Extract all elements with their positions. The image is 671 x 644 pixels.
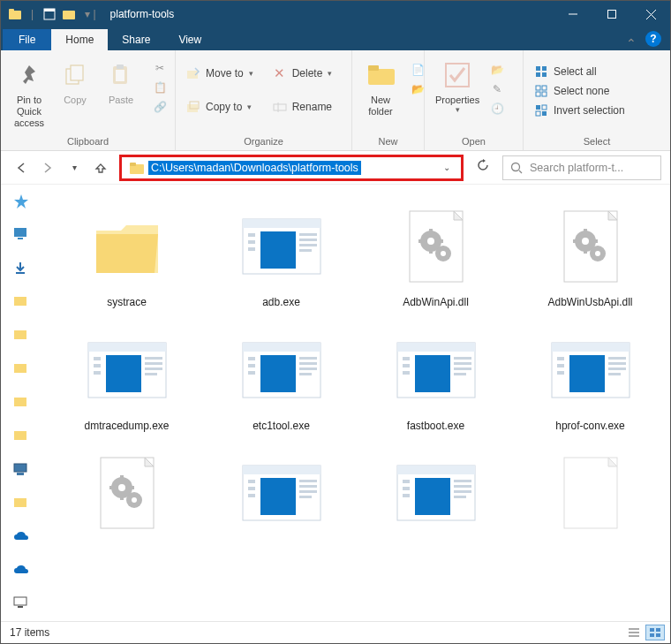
thumbnails-view-button[interactable]: [645, 625, 665, 640]
file-item[interactable]: fastboot.exe: [363, 322, 509, 437]
select-none-button[interactable]: Select none: [529, 82, 630, 100]
address-bar[interactable]: C:\Users\madan\Downloads\platform-tools …: [119, 155, 464, 181]
desktop-icon[interactable]: [13, 227, 29, 243]
svg-rect-106: [454, 357, 471, 360]
shortcut-icon: 🔗: [153, 100, 167, 114]
file-item[interactable]: systrace: [54, 199, 200, 314]
svg-rect-85: [106, 355, 141, 392]
copy-path-button[interactable]: 📋: [147, 79, 172, 96]
maximize-button[interactable]: [592, 1, 631, 27]
svg-rect-1: [9, 9, 14, 11]
folder-icon[interactable]: [13, 395, 29, 411]
svg-rect-136: [299, 485, 317, 488]
file-thumbnail: [233, 202, 330, 291]
recent-dropdown[interactable]: ▾: [66, 160, 82, 176]
folder-icon[interactable]: [13, 361, 29, 377]
file-tab[interactable]: File: [3, 29, 51, 50]
forward-button[interactable]: [40, 160, 56, 176]
collapse-ribbon-button[interactable]: ⌃: [622, 36, 640, 50]
file-item[interactable]: AdbWinUsbApi.dll: [517, 199, 663, 314]
history-button[interactable]: 🕘: [485, 100, 509, 117]
file-item[interactable]: adb.exe: [208, 199, 354, 314]
svg-rect-140: [397, 466, 475, 474]
ribbon: Pin to Quick access Copy Paste ✂ 📋 🔗 Cli…: [1, 50, 670, 151]
close-button[interactable]: [631, 1, 670, 27]
home-tab[interactable]: Home: [51, 29, 108, 50]
svg-rect-41: [14, 297, 26, 306]
new-folder-icon[interactable]: [62, 7, 76, 21]
folder-icon[interactable]: [13, 294, 29, 310]
file-item[interactable]: [54, 445, 200, 546]
cut-button[interactable]: ✂: [147, 59, 172, 77]
monitor-icon[interactable]: [13, 596, 29, 612]
select-all-button[interactable]: Select all: [529, 63, 630, 80]
pin-label: Pin to Quick access: [11, 95, 47, 130]
svg-rect-103: [403, 364, 410, 367]
file-thumbnail: [233, 449, 330, 537]
file-item[interactable]: dmtracedump.exe: [54, 322, 200, 437]
path-icon: 📋: [153, 80, 167, 95]
paste-shortcut-button[interactable]: 🔗: [147, 98, 172, 116]
this-pc-icon[interactable]: [13, 462, 29, 478]
open-button[interactable]: 📂: [485, 61, 509, 79]
edit-button[interactable]: ✎: [485, 80, 509, 98]
search-box[interactable]: Search platform-t...: [502, 155, 661, 180]
paste-button[interactable]: Paste: [98, 54, 144, 109]
group-label: New: [352, 134, 424, 150]
file-list[interactable]: systraceadb.exeAdbWinApi.dllAdbWinUsbApi…: [36, 185, 670, 621]
svg-rect-60: [299, 244, 317, 246]
downloads-icon[interactable]: [13, 261, 29, 277]
file-item[interactable]: etc1tool.exe: [208, 322, 354, 437]
svg-rect-75: [594, 239, 598, 243]
new-folder-button[interactable]: New folder: [358, 54, 403, 121]
details-view-button[interactable]: [624, 625, 644, 640]
svg-rect-87: [145, 362, 162, 365]
open-extra: 📂 ✎ 🕘: [485, 54, 509, 117]
folder-icon[interactable]: [13, 428, 29, 444]
file-item[interactable]: [517, 445, 663, 546]
folder-icon: [8, 7, 22, 21]
help-button[interactable]: ?: [645, 31, 661, 47]
address-dropdown[interactable]: ⌄: [436, 163, 457, 172]
folder-icon[interactable]: [13, 496, 29, 511]
select-none-icon: [534, 84, 548, 98]
quick-access-icon[interactable]: [13, 193, 29, 209]
navigation-pane[interactable]: [1, 185, 36, 621]
file-item[interactable]: [208, 445, 354, 546]
properties-button[interactable]: Properties ▾: [430, 54, 485, 117]
easy-access-icon: 📂: [411, 82, 425, 96]
svg-rect-96: [299, 357, 317, 360]
folder-icon[interactable]: [13, 328, 29, 344]
file-thumbnail: [542, 449, 639, 537]
folder-icon: [129, 160, 145, 176]
svg-rect-119: [608, 373, 621, 375]
onedrive-icon[interactable]: [13, 529, 29, 545]
pin-to-quick-access-button[interactable]: Pin to Quick access: [6, 54, 52, 133]
share-tab[interactable]: Share: [108, 29, 164, 50]
delete-button[interactable]: ✕Delete: [268, 64, 338, 82]
svg-rect-155: [650, 633, 654, 637]
invert-selection-button[interactable]: Invert selection: [529, 102, 630, 119]
address-path[interactable]: C:\Users\madan\Downloads\platform-tools: [148, 161, 361, 175]
file-item[interactable]: hprof-conv.exe: [517, 322, 663, 437]
view-tab[interactable]: View: [164, 29, 215, 50]
properties-icon[interactable]: [42, 7, 57, 21]
svg-rect-53: [243, 219, 320, 228]
up-button[interactable]: [93, 160, 109, 176]
file-item[interactable]: [363, 445, 509, 546]
file-thumbnail: [79, 449, 176, 537]
copy-to-button[interactable]: Copy to: [181, 98, 259, 116]
copy-button[interactable]: Copy: [52, 54, 98, 109]
back-button[interactable]: [13, 160, 29, 176]
rename-button[interactable]: Rename: [268, 98, 338, 116]
file-item[interactable]: AdbWinApi.dll: [363, 199, 509, 314]
svg-rect-149: [564, 458, 617, 528]
minimize-button[interactable]: [554, 1, 592, 27]
onedrive-icon[interactable]: [13, 563, 29, 579]
refresh-button[interactable]: [474, 159, 492, 176]
separator: ▾ |: [85, 8, 95, 20]
move-to-button[interactable]: Move to: [181, 64, 259, 82]
svg-point-128: [132, 497, 137, 503]
file-thumbnail: [542, 326, 639, 414]
svg-point-79: [595, 251, 600, 256]
